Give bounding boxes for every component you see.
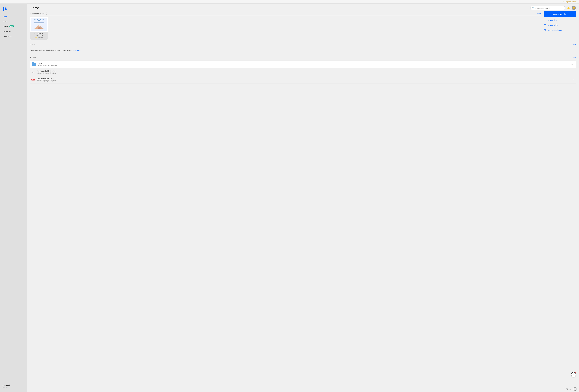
recent-title-text: Recent <box>30 56 36 58</box>
recent-more-link[interactable]: ··· <box>572 70 576 74</box>
new-shared-folder-icon <box>544 29 546 31</box>
info-icon: i <box>45 12 47 14</box>
main-layout: Home Files Paper New HelloSign Showcase … <box>0 3 579 392</box>
sidebar-files-label: Files <box>3 20 7 23</box>
suggested-section: Suggested for you i Hide <box>30 11 576 40</box>
recent-icon-pdf: PDF <box>31 77 35 82</box>
recent-section: Recent Hide Apps Added 5 days ago · Drop… <box>30 55 576 83</box>
pdf-badge: PDF <box>31 79 35 80</box>
thumb-dot-1 <box>34 19 36 21</box>
file-info: Get Started w... Dropbox.pdf 📁 Dropbox <box>30 32 48 40</box>
recent-sub-link: Added 5 days ago · Dropbox <box>37 72 572 74</box>
recent-name-link: Get Started with Dropbo... <box>37 70 572 72</box>
content-area: Home 🔍 🔔 🙂 Suggested for you <box>27 3 579 392</box>
dropbox-logo-icon <box>2 7 7 11</box>
paper-new-badge: New <box>9 25 14 27</box>
sidebar-bottom: Personal Only you ⌃ <box>0 382 27 390</box>
suggested-file-card[interactable]: Get Started w... Dropbox.pdf 📁 Dropbox <box>30 17 48 40</box>
new-shared-folder-label: New shared folder <box>548 29 562 31</box>
suggested-title: Suggested for you i <box>30 12 47 14</box>
sidebar-account-sub: Only you <box>2 386 10 388</box>
recent-icon-folder <box>32 62 37 66</box>
sidebar: Home Files Paper New HelloSign Showcase … <box>0 3 27 392</box>
sidebar-item-hellosign[interactable]: HelloSign <box>1 29 26 34</box>
upgrade-link[interactable]: ★ Upgrade account <box>563 1 577 3</box>
recent-sub-apps: Added 5 days ago · Dropbox <box>38 65 571 66</box>
search-icon: 🔍 <box>532 7 534 9</box>
file-name: Get Started w... Dropbox.pdf <box>32 33 47 36</box>
file-location-text: Dropbox <box>38 37 43 38</box>
sidebar-bottom-controls: Personal Only you ⌃ <box>2 384 25 388</box>
thumb-line-2 <box>34 23 44 23</box>
upload-folder-link[interactable]: Upload folder <box>544 23 576 27</box>
page-title: Home <box>30 6 39 10</box>
action-panel: Create new file Upload files <box>544 11 576 32</box>
file-location: 📁 Dropbox <box>32 37 47 38</box>
learn-more-link[interactable]: Learn more <box>73 49 81 51</box>
footer-help-button[interactable]: ? <box>573 387 577 391</box>
recent-meta-pdf: Get Started with Dropbo... Added 5 days … <box>37 78 572 82</box>
recent-name-pdf: Get Started with Dropbo... <box>37 78 572 80</box>
suggested-left: Suggested for you i Hide <box>30 11 541 40</box>
link-icon: ⇄ <box>31 70 35 74</box>
thumb-dot-3 <box>39 19 41 21</box>
folder-icon-sm: 📁 <box>35 37 37 38</box>
content-header: Home 🔍 🔔 🙂 <box>27 3 579 11</box>
recent-item-pdf[interactable]: PDF Get Started with Dropbo... Added 5 d… <box>30 76 576 83</box>
recent-sub-pdf: Added 5 days ago · Dropbox <box>37 80 572 82</box>
upload-files-icon <box>544 19 546 21</box>
upload-files-link[interactable]: Upload files <box>544 18 576 22</box>
suggested-title-text: Suggested for you <box>30 12 45 14</box>
upload-folder-label: Upload folder <box>548 24 558 26</box>
upload-folder-icon <box>544 24 546 26</box>
sidebar-item-paper[interactable]: Paper New <box>1 24 26 29</box>
footer-more-button[interactable]: ··· <box>562 388 564 391</box>
thumb-dots <box>34 19 44 21</box>
footer-privacy-label: Privacy <box>566 388 571 390</box>
recent-header: Recent Hide <box>30 55 576 59</box>
floating-check-button[interactable]: ✓ <box>571 372 576 377</box>
starred-section: Starred Hide When you star items, they'l… <box>30 42 576 53</box>
sidebar-item-files[interactable]: Files <box>1 19 26 24</box>
sidebar-hellosign-label: HelloSign <box>3 30 11 32</box>
sidebar-showcase-label: Showcase <box>3 35 12 37</box>
check-icon: ✓ <box>573 374 575 376</box>
search-bar[interactable]: 🔍 <box>530 6 565 10</box>
recent-more-apps[interactable]: ··· <box>571 63 574 66</box>
sidebar-account-title: Personal <box>2 384 10 386</box>
recent-more-pdf[interactable]: ··· <box>572 78 576 81</box>
sidebar-logo <box>0 5 27 14</box>
avatar[interactable]: 🙂 <box>572 6 576 10</box>
recent-item-apps[interactable]: Apps Added 5 days ago · Dropbox ··· <box>30 61 576 68</box>
file-thumbnail <box>30 17 48 32</box>
thumb-dot-2 <box>37 19 39 21</box>
avatar-initials: 🙂 <box>573 7 575 9</box>
search-input[interactable] <box>535 7 563 9</box>
thumb-lines <box>34 22 44 24</box>
starred-empty-message: When you star items, they'll show up her… <box>30 49 72 51</box>
new-shared-folder-link[interactable]: New shared folder <box>544 28 576 32</box>
suggested-content: Get Started w... Dropbox.pdf 📁 Dropbox <box>30 17 541 40</box>
recent-list: Apps Added 5 days ago · Dropbox ··· ⇄ Ge… <box>30 61 576 83</box>
starred-hide-link[interactable]: Hide <box>573 44 576 45</box>
sidebar-collapse-button[interactable]: ⌃ <box>23 385 25 388</box>
content-body: Suggested for you i Hide <box>27 11 579 386</box>
check-notification-dot <box>575 372 576 373</box>
recent-item-link[interactable]: ⇄ Get Started with Dropbo... Added 5 day… <box>30 68 576 76</box>
notification-button[interactable]: 🔔 <box>567 6 570 9</box>
top-bar: ★ Upgrade account <box>0 0 579 3</box>
starred-title-text: Starred <box>30 43 36 45</box>
sidebar-item-home[interactable]: Home <box>1 14 26 19</box>
footer-help-label: ? <box>574 388 575 390</box>
recent-hide-link[interactable]: Hide <box>573 56 576 58</box>
header-right: 🔍 🔔 🙂 <box>530 6 576 10</box>
suggested-hide-link[interactable]: Hide <box>537 13 541 14</box>
create-new-file-button[interactable]: Create new file <box>544 11 576 17</box>
sidebar-account-info: Personal Only you <box>2 384 10 388</box>
folder-icon <box>32 63 36 66</box>
upgrade-label: Upgrade account <box>565 1 577 3</box>
sidebar-item-showcase[interactable]: Showcase <box>1 34 26 38</box>
star-icon: ★ <box>563 1 564 3</box>
thumb-dot-4 <box>42 19 44 21</box>
suggested-header: Suggested for you i Hide <box>30 11 541 15</box>
